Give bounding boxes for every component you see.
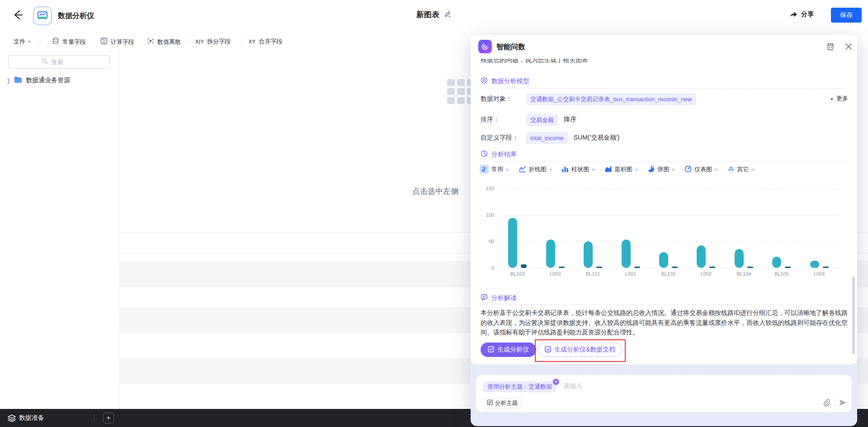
sidebar-item-data-resource[interactable]: ❯ 数据通业务资源 [6,76,70,84]
xy-merge-button[interactable]: XY 合并字段 [249,38,283,46]
panel-scrollbar-thumb[interactable] [852,277,855,354]
app-title: 数据分析仪 [58,11,94,21]
sort-label: 排序： [481,116,526,124]
bar-secondary [634,267,640,268]
custom-field-tag[interactable]: total_income [526,132,568,144]
interpret-section-label: 分析解读 [491,294,517,302]
category-label: BL103 [499,271,536,277]
tab-label: 其它 [737,165,749,174]
topic-tag-label: 使用分析主题：交通数据 [487,383,552,391]
more-button[interactable]: ▲ 更多 [830,94,848,103]
remove-topic-icon[interactable]: ✕ [553,379,559,385]
tab-label: 折线图 [529,165,547,174]
clear-trash-icon[interactable] [826,42,835,51]
search-box[interactable] [8,55,110,69]
checkbox-icon [488,346,494,354]
checkbox-icon [545,346,551,354]
attachment-paperclip-icon[interactable] [823,399,831,408]
bar-secondary [596,267,602,268]
tree-item-label: 数据通业务资源 [26,76,70,84]
constant-field-label: 常量字段 [62,38,86,46]
statusbar-label[interactable]: 数据准备 [19,414,44,422]
result-section-label: 分析结果 [491,150,517,159]
assistant-intro-message: 根据您的问题，我为您生成了相关图表 [481,59,588,64]
save-button[interactable]: 保存 [831,8,862,23]
generate-analyzer-doc-button[interactable]: 生成分析仪&数据文档 [538,343,622,357]
numeric-discrete-button[interactable]: 数值离散 [147,38,181,46]
line-chart-icon [519,165,526,174]
result-pie-icon [481,150,488,159]
category-label: BL101 [574,271,612,277]
bar-chart: 050100150 BL103L003BL101L001BL102L002BL1… [481,185,846,281]
file-menu[interactable]: 文件 ▾ [14,38,31,46]
dashed-divider [481,304,847,305]
bar-secondary [672,267,678,268]
assistant-input-box[interactable]: 使用分析主题：交通数据 ✕ 分析主题 [476,375,852,412]
generate-analyzer-button[interactable]: 生成分析仪 [481,343,536,357]
ask-input[interactable] [562,382,745,390]
topic-chip-icon [487,399,493,407]
search-input[interactable] [51,58,77,66]
folder-icon [14,76,22,84]
calc-field-button[interactable]: 计算字段 [100,38,134,46]
y-tick-label: 100 [481,212,494,218]
scatter-dots-icon [147,38,154,46]
constant-field-button[interactable]: 常量字段 [52,38,86,46]
y-tick-label: 50 [481,239,494,244]
tab-common[interactable]: 常用 ∨ [480,165,509,174]
xy-split-button[interactable]: X|Y 拆分字段 [195,38,231,46]
bar-group [650,188,687,268]
edit-pencil-icon[interactable] [444,10,452,19]
custom-field-label: 自定义字段： [481,134,526,142]
tab-area-chart[interactable]: 面积图 ∨ [604,165,638,174]
tab-line-chart[interactable]: 折线图 ∨ [519,165,552,174]
send-icon[interactable] [839,399,847,408]
app-logo-icon [33,6,52,25]
category-label: L001 [612,271,649,277]
calc-table-icon [100,38,108,46]
doc-title: 新图表 [416,9,439,20]
tab-other-chart[interactable]: 其它 ∨ [727,165,755,174]
close-icon[interactable] [844,42,853,51]
tab-label: 仪表图 [694,165,712,174]
more-label: 更多 [836,94,848,103]
tab-bar-chart[interactable]: 柱状图 ∨ [561,165,595,174]
tab-gauge-chart[interactable]: 仪表图 ∨ [684,165,718,174]
sort-field-tag[interactable]: 交易金额 [526,114,558,126]
y-tick-label: 150 [481,186,494,191]
common-chart-icon [480,165,489,174]
assistant-panel: 智能问数 根据您的问题，我为您生成了相关图表 数据分析模型 [471,35,857,426]
dashed-divider [481,89,847,89]
chevron-down-icon: ∨ [751,167,755,172]
calc-field-label: 计算字段 [111,38,134,46]
generate-analyzer-label: 生成分析仪 [497,346,529,354]
assistant-scroll-area[interactable]: 根据您的问题，我为您生成了相关图表 数据分析模型 数据对象： 交通数据_公交刷卡… [471,59,857,364]
tab-pie-chart[interactable]: 饼图 ∨ [647,165,675,174]
category-label: BL105 [763,271,800,277]
tab-label: 面积图 [615,165,632,174]
assistant-title: 智能问数 [496,42,525,52]
app-header: 数据分析仪 新图表 分享 保存 [0,0,868,33]
generate-analyzer-doc-label: 生成分析仪&数据文档 [554,346,615,354]
data-object-tag[interactable]: 交通数据_公交刷卡交易记录表_bus_transaction_records_n… [526,93,696,105]
analysis-topic-chip[interactable]: 分析主题 [483,398,522,408]
sort-order-text: 降序 [564,116,576,124]
share-button[interactable]: 分享 [789,10,814,19]
bar-group [725,188,763,268]
gauge-chart-icon [684,165,692,174]
toolbar-divider [40,38,40,45]
assistant-header: 智能问数 [471,35,857,59]
bar-total_income [772,257,781,268]
layers-icon [7,414,16,424]
add-button[interactable]: + [103,413,114,423]
category-label: L003 [536,271,574,277]
chevron-right-icon[interactable]: ❯ [7,77,10,84]
analysis-topic-tag[interactable]: 使用分析主题：交通数据 ✕ [483,381,557,392]
chevron-down-icon: ∨ [591,167,595,172]
bar-group [612,188,649,268]
dashed-divider [481,161,847,162]
back-arrow-icon[interactable] [12,9,24,21]
share-icon [789,10,797,19]
bar-total_income [508,218,517,268]
bar-total_income [622,239,631,268]
